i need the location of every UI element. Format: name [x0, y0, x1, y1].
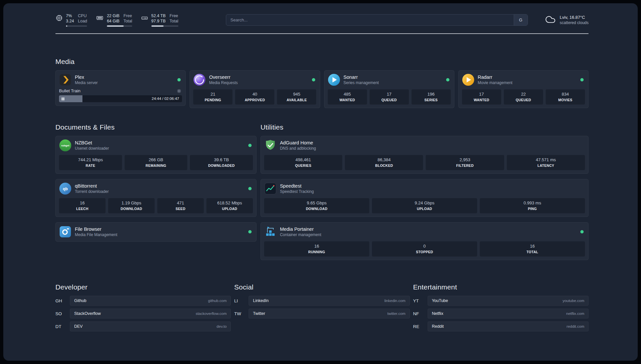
status-online-dot [248, 144, 252, 147]
memory-widget: 22 GiB 64 GiB Free Total [96, 13, 132, 27]
header-divider [55, 33, 589, 34]
bookmark-github[interactable]: GH Github github.com [55, 296, 231, 306]
service-card-nzbget[interactable]: nzbget NZBGet Usenet downloader 74 [55, 136, 257, 174]
stat-box: 16 RUNNING [264, 241, 369, 257]
bookmark-name: Github [74, 298, 86, 303]
stat-label: STOPPED [373, 250, 476, 254]
bookmark-dev[interactable]: DT DEV dev.to [55, 321, 231, 331]
search-provider-button[interactable]: G [514, 15, 528, 25]
bookmark-twitter[interactable]: TW Twitter twitter.com [234, 309, 410, 318]
playback-progress-bar: 24:44 / 02:06:47 [59, 95, 182, 102]
bookmark-url: netflix.com [566, 312, 584, 316]
stat-label: WANTED [329, 98, 366, 102]
bookmark-name: StackOverflow [74, 311, 101, 316]
stat-box: 744.21 Mbps RATE [59, 155, 122, 170]
service-desc: DNS and adblocking [280, 146, 316, 151]
service-card-plex[interactable]: Plex Media server Bullet Train [55, 70, 186, 106]
stat-label: DOWNLOADED [191, 164, 252, 167]
bookmark-name: LinkedIn [253, 298, 268, 303]
service-desc: Media server [75, 80, 98, 85]
bookmarks-developer-section: Developer GH Github github.com SO StackO… [55, 283, 231, 331]
service-card-adguard[interactable]: AdGuard Home DNS and adblocking 498,461 … [260, 136, 589, 174]
stat-value: 22 [505, 92, 542, 97]
now-playing-title: Bullet Train [59, 88, 80, 93]
disk-usage-bar [151, 25, 178, 27]
stat-box: 86,384 BLOCKED [345, 155, 423, 170]
stat-value: 16 [481, 244, 584, 249]
memory-total-value: 64 GiB [107, 18, 119, 24]
bookmark-stackoverflow[interactable]: SO StackOverflow stackoverflow.com [55, 309, 231, 318]
cpu-usage-label: CPU [78, 13, 87, 18]
gear-icon[interactable] [177, 89, 181, 93]
bookmark-name: Twitter [253, 311, 265, 316]
stat-label: DOWNLOAD [109, 207, 154, 211]
stat-label: MOVIES [547, 98, 584, 102]
service-card-qbittorrent[interactable]: qb qBittorrent Torrent downloader [55, 179, 257, 217]
memory-usage-bar [107, 25, 132, 27]
stat-label: PENDING [194, 98, 231, 102]
service-desc: Torrent downloader [75, 189, 109, 194]
bookmark-url: twitter.com [387, 312, 406, 316]
bookmark-youtube[interactable]: YT YouTube youtube.com [413, 296, 589, 306]
stat-value: 9.65 Gbps [265, 200, 368, 206]
radarr-icon [462, 74, 474, 86]
service-card-speedtest[interactable]: Speedtest Speedtest Tracking 9.65 Gbps D… [260, 179, 589, 217]
bookmark-abbr: YT [413, 298, 428, 303]
service-desc: Media File Management [75, 232, 117, 237]
memory-free-value: 22 GiB [107, 13, 119, 18]
service-card-radarr[interactable]: Radarr Movie management 17 WANTED 22 QUE… [458, 70, 589, 108]
stat-value: 40 [236, 92, 273, 97]
memory-free-label: Free [123, 13, 132, 18]
bookmarks-social-section: Social LI LinkedIn linkedin.com TW Twitt… [234, 283, 410, 318]
stat-box: 39.6 TB DOWNLOADED [190, 155, 253, 170]
stat-label: FILTERED [427, 164, 503, 167]
stat-label: TOTAL [481, 250, 584, 254]
stat-box: 834 MOVIES [546, 89, 585, 105]
stat-value: 47.571 ms [508, 157, 584, 163]
bookmark-netflix[interactable]: NF Netflix netflix.com [413, 309, 589, 318]
memory-icon [96, 14, 104, 23]
svg-text:qb: qb [63, 187, 68, 191]
stat-label: WANTED [463, 98, 500, 102]
entertainment-section-title: Entertainment [413, 283, 589, 291]
bookmark-url: reddit.com [566, 324, 584, 328]
service-name: File Browser [75, 226, 117, 232]
bookmark-reddit[interactable]: RE Reddit reddit.com [413, 321, 589, 331]
stat-box: 498,461 QUERIES [264, 155, 342, 170]
stat-value: 0 [373, 244, 476, 249]
bookmark-linkedin[interactable]: LI LinkedIn linkedin.com [234, 296, 410, 306]
stat-value: 471 [158, 200, 203, 206]
stat-value: 2,953 [427, 157, 503, 163]
bookmark-url: youtube.com [563, 299, 584, 303]
stat-label: RATE [60, 164, 121, 167]
stat-label: APPROVED [236, 98, 273, 102]
service-card-portainer[interactable]: Media Portainer Container management 16 … [260, 222, 589, 260]
stat-box: 2,953 FILTERED [426, 155, 504, 170]
service-card-filebrowser[interactable]: File Browser Media File Management [55, 222, 257, 242]
search-input[interactable] [226, 14, 528, 26]
stat-label: UPLOAD [373, 207, 476, 211]
stat-value: 16 [60, 200, 105, 206]
bookmark-url: github.com [208, 299, 227, 303]
cpu-usage-bar [66, 25, 87, 27]
cpu-load-label: Load [78, 18, 87, 24]
playback-time: 24:44 / 02:06:47 [152, 95, 179, 102]
dashboard-panel: 7% 3.24 CPU Load [3, 3, 638, 361]
service-name: Media Portainer [280, 226, 321, 232]
service-card-sonarr[interactable]: Sonarr Series management 485 WANTED 17 Q… [324, 70, 454, 108]
media-section-title: Media [55, 58, 589, 66]
bookmark-name: YouTube [432, 298, 448, 303]
stat-value: 196 [412, 92, 450, 97]
stat-box: 9.65 Gbps DOWNLOAD [264, 198, 369, 213]
stat-value: 1.19 Gbps [109, 200, 154, 206]
pause-icon[interactable] [62, 97, 64, 100]
stat-value: 86,384 [346, 157, 422, 163]
weather-condition: scattered clouds [560, 20, 589, 25]
service-card-overseerr[interactable]: Overseerr Media Requests 21 PENDING 40 A… [190, 70, 320, 108]
memory-total-label: Total [123, 18, 132, 24]
stat-value: 834 [547, 92, 584, 97]
service-desc: Media Requests [209, 80, 238, 85]
disk-total-label: Total [169, 18, 178, 24]
bookmark-url: dev.to [217, 324, 227, 328]
bookmark-name: Reddit [432, 324, 444, 329]
